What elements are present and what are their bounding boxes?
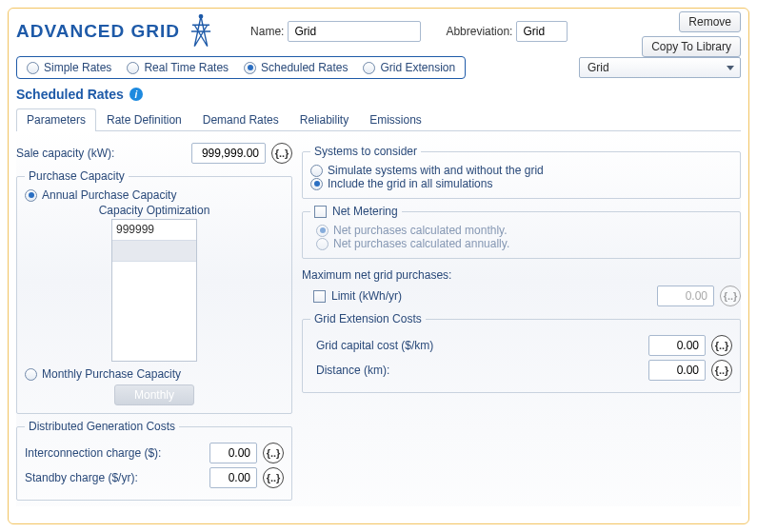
net-metering-checkbox[interactable] (314, 206, 327, 218)
transmission-tower-icon (188, 14, 214, 49)
systems-to-consider-fieldset: Systems to consider Simulate systems wit… (302, 145, 741, 199)
standby-sensitivity-button[interactable]: {..} (263, 467, 284, 488)
limit-checkbox[interactable] (313, 290, 326, 303)
name-input[interactable] (288, 21, 421, 42)
distributed-generation-fieldset: Distributed Generation Costs Interconnec… (16, 420, 292, 501)
grid-extension-costs-fieldset: Grid Extension Costs Grid capital cost (… (302, 312, 741, 393)
annual-purchase-radio[interactable]: Annual Purchase Capacity (25, 188, 284, 202)
capital-cost-sensitivity-button[interactable]: {..} (711, 335, 732, 356)
capacity-cell-1[interactable] (112, 241, 196, 262)
max-net-purchases-label: Maximum net grid purchases: (302, 268, 741, 282)
sale-capacity-input[interactable] (191, 143, 266, 164)
abbrev-label: Abbreviation: (446, 25, 512, 38)
grid-selector-combo[interactable]: Grid (579, 57, 741, 78)
interconnection-label: Interconnection charge ($): (25, 446, 204, 460)
remove-button[interactable]: Remove (679, 11, 741, 32)
info-icon[interactable]: i (129, 88, 143, 101)
monthly-purchase-radio[interactable]: Monthly Purchase Capacity (25, 367, 284, 381)
copy-to-library-button[interactable]: Copy To Library (642, 36, 741, 57)
capacity-optimization-header: Capacity Optimization (25, 204, 284, 217)
net-metering-label: Net Metering (332, 205, 398, 218)
capital-cost-label: Grid capital cost ($/km) (310, 339, 643, 352)
limit-input (657, 286, 714, 306)
monthly-button: Monthly (114, 384, 194, 405)
tab-parameters[interactable]: Parameters (16, 108, 96, 131)
tab-bar: Parameters Rate Definition Demand Rates … (16, 108, 741, 131)
mode-real-time-rates[interactable]: Real Time Rates (127, 61, 229, 74)
sale-capacity-label: Sale capacity (kW): (16, 147, 186, 160)
advanced-grid-panel: ADVANCED GRID Name: Abbreviation: Remove… (8, 8, 749, 524)
name-label: Name: (250, 25, 284, 38)
systems-include-all-radio[interactable]: Include the grid in all simulations (310, 177, 732, 190)
tab-emissions[interactable]: Emissions (359, 108, 432, 131)
standby-input[interactable] (209, 467, 257, 488)
rate-mode-group: Simple Rates Real Time Rates Scheduled R… (16, 56, 466, 79)
net-monthly-radio: Net purchases calculated monthly. (316, 224, 732, 237)
purchase-capacity-fieldset: Purchase Capacity Annual Purchase Capaci… (16, 169, 292, 414)
capacity-optimization-grid[interactable]: 999999 (111, 219, 197, 362)
tab-demand-rates[interactable]: Demand Rates (192, 108, 289, 131)
grid-extension-legend: Grid Extension Costs (310, 312, 426, 325)
purchase-capacity-legend: Purchase Capacity (25, 169, 129, 183)
limit-label: Limit (kWh/yr) (331, 289, 651, 303)
interconnection-sensitivity-button[interactable]: {..} (263, 443, 284, 463)
tab-rate-definition[interactable]: Rate Definition (96, 108, 192, 131)
distance-label: Distance (km): (310, 364, 643, 377)
limit-sensitivity-button: {..} (720, 286, 741, 306)
distributed-generation-legend: Distributed Generation Costs (25, 420, 179, 433)
panel-title: ADVANCED GRID (16, 21, 180, 42)
net-metering-fieldset: Net Metering Net purchases calculated mo… (302, 205, 741, 259)
systems-with-without-radio[interactable]: Simulate systems with and without the gr… (310, 164, 732, 177)
section-title: Scheduled Rates (16, 87, 124, 102)
interconnection-input[interactable] (209, 443, 257, 463)
abbrev-input[interactable] (516, 21, 568, 42)
distance-input[interactable] (648, 360, 706, 381)
distance-sensitivity-button[interactable]: {..} (711, 360, 732, 381)
net-annually-radio: Net purchases calculated annually. (316, 237, 732, 250)
svg-point-0 (199, 15, 202, 18)
mode-simple-rates[interactable]: Simple Rates (27, 61, 111, 74)
capital-cost-input[interactable] (648, 335, 706, 356)
tab-reliability[interactable]: Reliability (289, 108, 359, 131)
sale-capacity-sensitivity-button[interactable]: {..} (271, 143, 292, 164)
mode-grid-extension[interactable]: Grid Extension (363, 61, 455, 74)
systems-legend: Systems to consider (310, 145, 421, 158)
capacity-cell-0[interactable]: 999999 (112, 220, 196, 241)
standby-label: Standby charge ($/yr): (25, 471, 204, 484)
mode-scheduled-rates[interactable]: Scheduled Rates (244, 61, 348, 74)
